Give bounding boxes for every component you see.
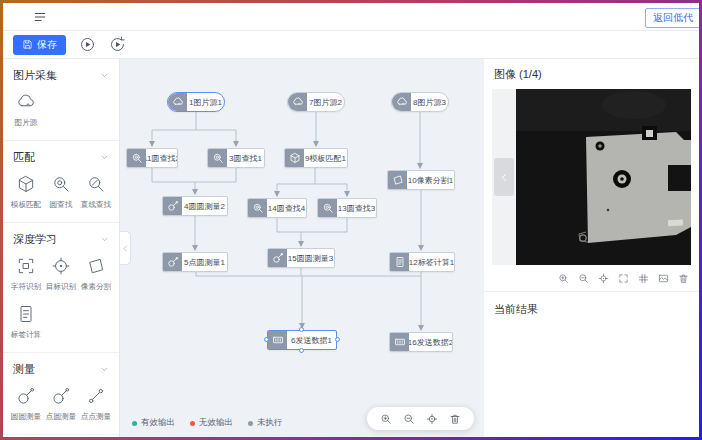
- previous-image-button[interactable]: [494, 158, 514, 196]
- node-label: 3圆查找1: [227, 149, 264, 167]
- menu-icon-button[interactable]: [33, 10, 47, 24]
- node-label: 16发送数据2: [409, 333, 452, 351]
- label-calc-icon: [394, 256, 406, 268]
- flow-node-1[interactable]: 1图片源1: [167, 92, 225, 112]
- flow-node-14[interactable]: 14圆查找4: [247, 198, 307, 218]
- trash-icon: [678, 273, 689, 284]
- edge-14-15: [277, 218, 301, 246]
- node-label: 1图片源1: [187, 93, 224, 111]
- flow-canvas[interactable]: 1图片源1 7图片源2 8图片源3 11圆查找2 3圆查找1 9模板匹配1 10…: [120, 59, 484, 437]
- flow-node-8[interactable]: 8图片源3: [391, 92, 449, 112]
- section-header-图片采集[interactable]: 图片采集: [3, 66, 119, 84]
- sidebar-section: 图片采集 图片源: [3, 59, 119, 141]
- tool-label: 模板匹配: [10, 199, 40, 209]
- sidebar-section: 匹配 模板匹配圆查找直线查找: [3, 141, 119, 223]
- sidebar-collapse-handle[interactable]: [120, 231, 131, 265]
- node-icon-box: [392, 93, 411, 111]
- tool-item-圆圆测量[interactable]: 圆圆测量: [8, 386, 43, 422]
- section-items: 图片源: [3, 84, 119, 128]
- locate-icon: [426, 413, 438, 425]
- trash-button[interactable]: [678, 273, 689, 284]
- zoom-out-button[interactable]: [403, 413, 415, 425]
- node-connection-handle[interactable]: [299, 348, 304, 353]
- section-header-深度学习[interactable]: 深度学习: [3, 230, 119, 248]
- chevron-down-icon: [100, 365, 109, 374]
- node-label: 15圆圆测量3: [287, 249, 334, 267]
- image-source-icon: [396, 96, 408, 108]
- flow-node-3[interactable]: 3圆查找1: [207, 148, 265, 168]
- tool-item-点圆测量[interactable]: 点圆测量: [43, 386, 78, 422]
- locate-button[interactable]: [598, 273, 609, 284]
- sidebar-section: 测量 圆圆测量点圆测量点点测量: [3, 353, 119, 435]
- label-calc-icon: [16, 304, 36, 324]
- edge-3-4: [195, 168, 236, 182]
- node-icon-box: [208, 149, 227, 167]
- edge-9-13: [315, 184, 347, 196]
- flow-node-12[interactable]: 12标签计算1: [389, 252, 455, 272]
- run-once-button[interactable]: [78, 36, 96, 54]
- tool-item-字符识别[interactable]: 字符识别: [8, 256, 43, 292]
- flow-node-4[interactable]: 4圆圆测量2: [162, 196, 228, 216]
- status-legend: 有效输出无效输出未执行: [132, 417, 283, 429]
- zoom-out-button[interactable]: [578, 273, 589, 284]
- node-label: 12标签计算1: [409, 253, 454, 271]
- tool-item-图片源[interactable]: 图片源: [8, 92, 43, 128]
- send-data-icon: [394, 336, 406, 348]
- flow-node-9[interactable]: 9模板匹配1: [284, 148, 348, 168]
- section-header-测量[interactable]: 测量: [3, 360, 119, 378]
- node-label: 8图片源3: [411, 93, 448, 111]
- image-source-icon: [16, 92, 36, 112]
- node-label: 9模板匹配1: [304, 149, 347, 167]
- save-icon: [22, 39, 33, 50]
- circle-find-icon: [212, 152, 224, 164]
- zoom-in-button[interactable]: [558, 273, 569, 284]
- grid-icon: [638, 273, 649, 284]
- zoom-out-icon: [578, 273, 589, 284]
- trash-button[interactable]: [449, 413, 461, 425]
- node-icon-box: [390, 253, 409, 271]
- node-connection-handle[interactable]: [335, 337, 340, 342]
- flow-node-15[interactable]: 15圆圆测量3: [267, 248, 335, 268]
- legend-有效输出: 有效输出: [132, 417, 175, 429]
- node-icon-box: [268, 331, 287, 349]
- back-to-lowcode-button[interactable]: 返回低代: [645, 8, 699, 28]
- tool-label: 像素分割: [80, 281, 110, 291]
- node-connection-handle[interactable]: [299, 327, 304, 332]
- inspection-photo[interactable]: [516, 89, 691, 265]
- flow-node-11[interactable]: 11圆查找2: [126, 148, 178, 168]
- grid-button[interactable]: [638, 273, 649, 284]
- compare-button[interactable]: [658, 273, 669, 284]
- pixel-segment-icon: [86, 256, 106, 276]
- tool-item-点点测量[interactable]: 点点测量: [78, 386, 113, 422]
- flow-node-7[interactable]: 7图片源2: [287, 92, 345, 112]
- tool-item-直线查找[interactable]: 直线查找: [78, 174, 113, 210]
- save-button[interactable]: 保存: [13, 35, 66, 55]
- photo-art: [516, 89, 691, 265]
- section-items: 字符识别目标识别像素分割标签计算: [3, 248, 119, 340]
- tool-item-像素分割[interactable]: 像素分割: [78, 256, 113, 292]
- tool-item-目标识别[interactable]: 目标识别: [43, 256, 78, 292]
- node-label: 13圆查找3: [337, 199, 376, 217]
- chevron-down-icon: [100, 235, 109, 244]
- node-icon-box: [318, 199, 337, 217]
- run-loop-button[interactable]: [108, 36, 126, 54]
- zoom-in-button[interactable]: [380, 413, 392, 425]
- locate-button[interactable]: [426, 413, 438, 425]
- section-header-匹配[interactable]: 匹配: [3, 148, 119, 166]
- fullscreen-button[interactable]: [618, 273, 629, 284]
- tool-item-圆查找[interactable]: 圆查找: [43, 174, 78, 210]
- flow-node-13[interactable]: 13圆查找3: [317, 198, 377, 218]
- app-body: 图片采集 图片源 匹配 模板匹配圆查找直线查找 深度学习 字符识别目标识别像素分…: [3, 59, 699, 437]
- node-connection-handle[interactable]: [264, 337, 269, 342]
- flow-node-5[interactable]: 5点圆测量1: [162, 252, 228, 272]
- tool-item-标签计算[interactable]: 标签计算: [8, 304, 43, 340]
- tool-item-模板匹配[interactable]: 模板匹配: [8, 174, 43, 210]
- line-find-icon: [86, 174, 106, 194]
- flow-node-10[interactable]: 10像素分割1: [387, 170, 455, 190]
- tool-label: 点点测量: [80, 411, 110, 421]
- flow-node-16[interactable]: 16发送数据2: [389, 332, 453, 352]
- play-loop-icon: [109, 36, 126, 53]
- flow-node-6[interactable]: 6发送数据1: [267, 330, 337, 350]
- node-icon-box: [248, 199, 267, 217]
- image-panel: 图像 (1/4): [484, 59, 699, 437]
